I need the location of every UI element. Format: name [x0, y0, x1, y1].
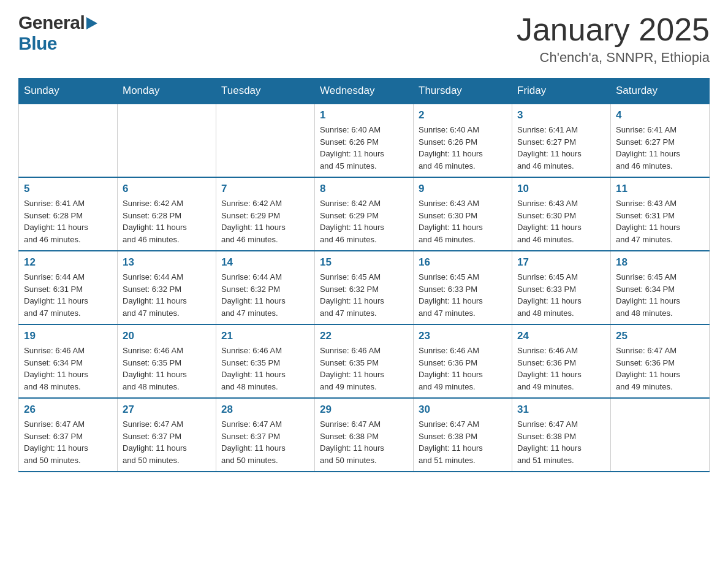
day-number: 26 — [24, 404, 112, 416]
calendar-cell — [216, 104, 315, 177]
day-info: Sunrise: 6:45 AM Sunset: 6:33 PM Dayligh… — [517, 271, 605, 319]
day-info: Sunrise: 6:41 AM Sunset: 6:27 PM Dayligh… — [517, 124, 605, 172]
day-info: Sunrise: 6:45 AM Sunset: 6:33 PM Dayligh… — [419, 271, 507, 319]
calendar-cell — [19, 104, 118, 177]
day-number: 29 — [320, 404, 408, 416]
day-info: Sunrise: 6:40 AM Sunset: 6:26 PM Dayligh… — [419, 124, 507, 172]
day-info: Sunrise: 6:44 AM Sunset: 6:32 PM Dayligh… — [123, 271, 211, 319]
day-number: 15 — [320, 256, 408, 269]
calendar-cell: 1Sunrise: 6:40 AM Sunset: 6:26 PM Daylig… — [315, 104, 414, 177]
day-number: 16 — [419, 256, 507, 269]
day-number: 19 — [24, 330, 112, 342]
day-info: Sunrise: 6:40 AM Sunset: 6:26 PM Dayligh… — [320, 124, 408, 172]
calendar-cell: 4Sunrise: 6:41 AM Sunset: 6:27 PM Daylig… — [611, 104, 710, 177]
day-info: Sunrise: 6:47 AM Sunset: 6:38 PM Dayligh… — [517, 418, 605, 466]
day-number: 2 — [419, 109, 507, 121]
calendar-header-monday: Monday — [118, 79, 216, 104]
day-number: 27 — [123, 404, 211, 416]
logo-triangle-icon — [86, 17, 97, 29]
day-number: 28 — [221, 404, 309, 416]
day-number: 9 — [419, 183, 507, 195]
calendar-cell: 30Sunrise: 6:47 AM Sunset: 6:38 PM Dayli… — [414, 398, 512, 472]
logo: General Blue — [18, 12, 97, 54]
day-number: 5 — [24, 183, 112, 195]
page-header: General Blue January 2025 Ch'ench'a, SNN… — [18, 12, 710, 66]
day-number: 20 — [123, 330, 211, 342]
day-info: Sunrise: 6:46 AM Sunset: 6:35 PM Dayligh… — [123, 345, 211, 393]
logo-general-text: General — [18, 12, 85, 33]
calendar-header-wednesday: Wednesday — [315, 79, 414, 104]
day-info: Sunrise: 6:44 AM Sunset: 6:31 PM Dayligh… — [24, 271, 112, 319]
day-number: 21 — [221, 330, 309, 342]
day-info: Sunrise: 6:46 AM Sunset: 6:36 PM Dayligh… — [517, 345, 605, 393]
day-info: Sunrise: 6:45 AM Sunset: 6:32 PM Dayligh… — [320, 271, 408, 319]
day-number: 17 — [517, 256, 605, 269]
day-info: Sunrise: 6:46 AM Sunset: 6:36 PM Dayligh… — [419, 345, 507, 393]
day-info: Sunrise: 6:41 AM Sunset: 6:28 PM Dayligh… — [24, 197, 112, 245]
calendar-cell: 28Sunrise: 6:47 AM Sunset: 6:37 PM Dayli… — [216, 398, 315, 472]
calendar-header-saturday: Saturday — [611, 79, 710, 104]
calendar-cell: 27Sunrise: 6:47 AM Sunset: 6:37 PM Dayli… — [118, 398, 216, 472]
day-info: Sunrise: 6:44 AM Sunset: 6:32 PM Dayligh… — [221, 271, 309, 319]
day-info: Sunrise: 6:42 AM Sunset: 6:29 PM Dayligh… — [320, 197, 408, 245]
calendar-header-friday: Friday — [512, 79, 611, 104]
day-number: 30 — [419, 404, 507, 416]
calendar-cell: 29Sunrise: 6:47 AM Sunset: 6:38 PM Dayli… — [315, 398, 414, 472]
day-info: Sunrise: 6:47 AM Sunset: 6:38 PM Dayligh… — [320, 418, 408, 466]
day-number: 13 — [123, 256, 211, 269]
calendar-cell: 5Sunrise: 6:41 AM Sunset: 6:28 PM Daylig… — [19, 177, 118, 251]
day-info: Sunrise: 6:47 AM Sunset: 6:37 PM Dayligh… — [123, 418, 211, 466]
day-number: 3 — [517, 109, 605, 121]
calendar-header-row: SundayMondayTuesdayWednesdayThursdayFrid… — [19, 79, 710, 104]
day-info: Sunrise: 6:43 AM Sunset: 6:30 PM Dayligh… — [517, 197, 605, 245]
day-info: Sunrise: 6:42 AM Sunset: 6:29 PM Dayligh… — [221, 197, 309, 245]
day-number: 14 — [221, 256, 309, 269]
day-info: Sunrise: 6:47 AM Sunset: 6:37 PM Dayligh… — [221, 418, 309, 466]
calendar-cell: 12Sunrise: 6:44 AM Sunset: 6:31 PM Dayli… — [19, 251, 118, 324]
day-info: Sunrise: 6:47 AM Sunset: 6:38 PM Dayligh… — [419, 418, 507, 466]
calendar-week-1: 1Sunrise: 6:40 AM Sunset: 6:26 PM Daylig… — [19, 104, 710, 177]
location-title: Ch'ench'a, SNNPR, Ethiopia — [517, 50, 710, 66]
calendar-cell — [611, 398, 710, 472]
calendar-cell: 7Sunrise: 6:42 AM Sunset: 6:29 PM Daylig… — [216, 177, 315, 251]
day-number: 4 — [616, 109, 704, 121]
calendar-cell: 8Sunrise: 6:42 AM Sunset: 6:29 PM Daylig… — [315, 177, 414, 251]
calendar-cell: 26Sunrise: 6:47 AM Sunset: 6:37 PM Dayli… — [19, 398, 118, 472]
day-number: 6 — [123, 183, 211, 195]
day-info: Sunrise: 6:41 AM Sunset: 6:27 PM Dayligh… — [616, 124, 704, 172]
day-number: 23 — [419, 330, 507, 342]
day-info: Sunrise: 6:43 AM Sunset: 6:31 PM Dayligh… — [616, 197, 704, 245]
calendar-cell: 15Sunrise: 6:45 AM Sunset: 6:32 PM Dayli… — [315, 251, 414, 324]
calendar-cell: 16Sunrise: 6:45 AM Sunset: 6:33 PM Dayli… — [414, 251, 512, 324]
calendar-cell: 20Sunrise: 6:46 AM Sunset: 6:35 PM Dayli… — [118, 324, 216, 398]
calendar-cell: 6Sunrise: 6:42 AM Sunset: 6:28 PM Daylig… — [118, 177, 216, 251]
day-number: 25 — [616, 330, 704, 342]
calendar-header-sunday: Sunday — [19, 79, 118, 104]
calendar-table: SundayMondayTuesdayWednesdayThursdayFrid… — [18, 78, 710, 472]
day-info: Sunrise: 6:47 AM Sunset: 6:36 PM Dayligh… — [616, 345, 704, 393]
calendar-cell: 24Sunrise: 6:46 AM Sunset: 6:36 PM Dayli… — [512, 324, 611, 398]
calendar-week-3: 12Sunrise: 6:44 AM Sunset: 6:31 PM Dayli… — [19, 251, 710, 324]
calendar-cell: 14Sunrise: 6:44 AM Sunset: 6:32 PM Dayli… — [216, 251, 315, 324]
calendar-header-tuesday: Tuesday — [216, 79, 315, 104]
day-number: 22 — [320, 330, 408, 342]
day-info: Sunrise: 6:42 AM Sunset: 6:28 PM Dayligh… — [123, 197, 211, 245]
day-info: Sunrise: 6:45 AM Sunset: 6:34 PM Dayligh… — [616, 271, 704, 319]
day-info: Sunrise: 6:46 AM Sunset: 6:35 PM Dayligh… — [221, 345, 309, 393]
calendar-cell: 21Sunrise: 6:46 AM Sunset: 6:35 PM Dayli… — [216, 324, 315, 398]
calendar-cell: 25Sunrise: 6:47 AM Sunset: 6:36 PM Dayli… — [611, 324, 710, 398]
calendar-week-5: 26Sunrise: 6:47 AM Sunset: 6:37 PM Dayli… — [19, 398, 710, 472]
calendar-header-thursday: Thursday — [414, 79, 512, 104]
day-number: 31 — [517, 404, 605, 416]
day-info: Sunrise: 6:46 AM Sunset: 6:34 PM Dayligh… — [24, 345, 112, 393]
calendar-week-2: 5Sunrise: 6:41 AM Sunset: 6:28 PM Daylig… — [19, 177, 710, 251]
day-number: 24 — [517, 330, 605, 342]
day-number: 11 — [616, 183, 704, 195]
day-number: 12 — [24, 256, 112, 269]
calendar-cell — [118, 104, 216, 177]
calendar-cell: 9Sunrise: 6:43 AM Sunset: 6:30 PM Daylig… — [414, 177, 512, 251]
calendar-cell: 17Sunrise: 6:45 AM Sunset: 6:33 PM Dayli… — [512, 251, 611, 324]
day-number: 10 — [517, 183, 605, 195]
calendar-week-4: 19Sunrise: 6:46 AM Sunset: 6:34 PM Dayli… — [19, 324, 710, 398]
calendar-cell: 11Sunrise: 6:43 AM Sunset: 6:31 PM Dayli… — [611, 177, 710, 251]
